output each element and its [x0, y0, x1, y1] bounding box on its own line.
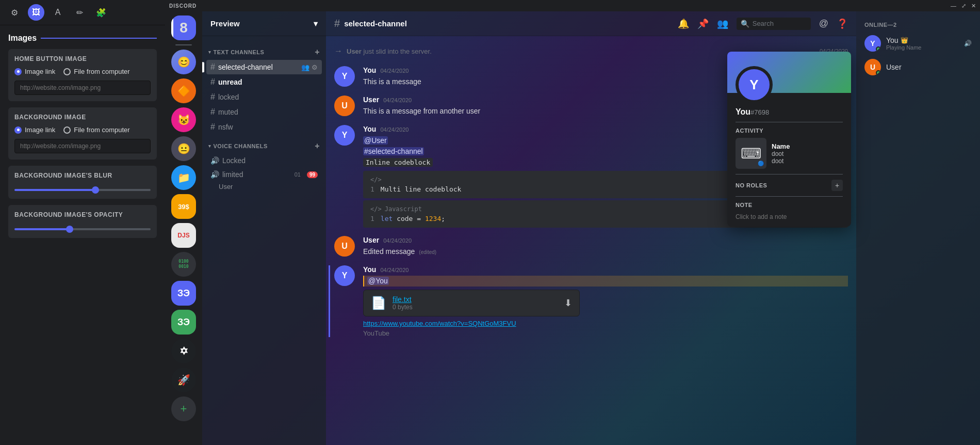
channel-item-selected[interactable]: # selected-channel 👥 ⚙ [206, 60, 322, 74]
text-toolbar-icon[interactable]: A [50, 4, 66, 21]
member-activity-you: Playing Name [886, 44, 921, 51]
bg-file-radio[interactable] [63, 126, 71, 134]
members-list-icon[interactable]: 👥 [717, 18, 728, 29]
help-icon[interactable]: ❓ [837, 18, 848, 29]
background-image-url-input[interactable] [14, 139, 151, 153]
background-opacity-label: Background image's opacity [14, 211, 151, 218]
message-author-user-1: User [363, 96, 379, 104]
server-active-pill [171, 18, 173, 38]
text-channels-category[interactable]: ▾ TEXT CHANNELS + [206, 45, 322, 59]
server-icon-star[interactable]: ✡ [171, 339, 196, 363]
home-image-url-input[interactable] [14, 81, 151, 95]
home-image-link-label: Image link [25, 68, 55, 75]
home-file-option[interactable]: File from computer [63, 68, 129, 75]
add-voice-channel-icon[interactable]: + [315, 141, 320, 151]
server-icon-3[interactable]: 😺 [171, 107, 196, 132]
background-opacity-group: Background image's opacity [8, 205, 157, 238]
server-icon-b1[interactable]: ЗЭ [171, 281, 196, 306]
add-server-button[interactable]: + [171, 396, 196, 421]
pen-toolbar-icon[interactable]: ✏ [71, 4, 88, 21]
user-mention[interactable]: @User [363, 136, 388, 145]
image-toolbar-icon[interactable]: 🖼 [28, 4, 44, 21]
message-text-you-3: @You [363, 276, 848, 287]
voice-channel-locked[interactable]: 🔊 Locked [206, 154, 322, 167]
search-bar[interactable]: 🔍 Search [737, 18, 811, 30]
system-msg-text: User just slid into the server. [347, 47, 432, 55]
close-button[interactable]: ✕ [971, 3, 976, 9]
download-icon[interactable]: ⬇ [564, 297, 572, 309]
server-icon-1[interactable]: 😊 [171, 50, 196, 74]
channel-item-unread[interactable]: # unread [206, 75, 322, 89]
server-icon-5[interactable]: 📁 [171, 165, 196, 190]
voice-user-name: User [219, 183, 233, 190]
message-header-user-2: User 04/24/2020 [363, 236, 848, 244]
server-icon-djs[interactable]: DJS [171, 223, 196, 248]
server-icon-6[interactable]: 39$ [171, 194, 196, 219]
minimize-button[interactable]: — [951, 3, 956, 9]
chat-header-hash-icon: # [334, 18, 340, 29]
background-image-group: Background image Image link File from co… [8, 107, 157, 160]
maximize-button[interactable]: ⤢ [961, 3, 966, 9]
add-text-channel-icon[interactable]: + [315, 47, 320, 57]
home-button-label: Home button image [14, 55, 151, 62]
bg-image-link-radio[interactable] [14, 126, 22, 134]
channel-item-muted[interactable]: # muted [206, 105, 322, 119]
bg-file-label: File from computer [74, 126, 129, 134]
self-mention[interactable]: @You [367, 277, 389, 285]
home-image-link-radio[interactable] [14, 68, 22, 75]
link-url[interactable]: https://www.youtube.com/watch?v=SQNtGoM3… [363, 320, 580, 327]
background-blur-group: Background image's blur [8, 166, 157, 199]
hash-icon-muted: # [210, 107, 215, 117]
voice-badge-99: 99 [307, 171, 318, 178]
voice-channel-limited[interactable]: 🔊 limited 01 99 [206, 168, 322, 181]
server-icon-b2[interactable]: ЗЭ [171, 310, 196, 335]
note-input[interactable] [736, 213, 843, 220]
activity-small-icon: 🔵 [756, 158, 765, 168]
server-icon-bin[interactable]: 01000010 [171, 252, 196, 277]
speaker-icon-you: 🔊 [964, 40, 972, 47]
home-file-radio[interactable] [63, 68, 71, 75]
pin-icon[interactable]: 📌 [697, 18, 709, 29]
profile-username-row: You#7698 [736, 107, 843, 117]
server-header[interactable]: Preview ▾ [202, 11, 326, 36]
bg-image-link-option[interactable]: Image link [14, 126, 55, 134]
edited-tag: (edited) [419, 249, 436, 255]
home-image-link-option[interactable]: Image link [14, 68, 55, 75]
at-icon[interactable]: @ [819, 18, 828, 29]
members-icon[interactable]: 👥 [301, 63, 309, 71]
channel-name-selected: selected-channel [218, 63, 298, 71]
blur-slider[interactable] [14, 189, 151, 191]
code-icon-2: </> [370, 205, 382, 213]
server-icon-2[interactable]: 🔶 [171, 78, 196, 103]
gear-toolbar-icon[interactable]: ⚙ [6, 4, 23, 21]
channel-item-locked[interactable]: # locked [206, 90, 322, 104]
opacity-slider[interactable] [14, 228, 151, 230]
channel-name-locked: locked [218, 93, 318, 101]
bell-icon[interactable]: 🔔 [678, 18, 689, 29]
background-image-label: Background image [14, 114, 151, 121]
server-8-label: 8 [179, 20, 188, 36]
code-icon-1: </> [370, 176, 382, 183]
channel-item-nsfw[interactable]: # nsfw [206, 120, 322, 134]
message-timestamp-user-1: 04/24/2020 [383, 97, 412, 103]
left-panel-content: Images Home button image Image link File… [0, 25, 165, 445]
voice-channels-category[interactable]: ▾ VOICE CHANNELS + [206, 139, 322, 153]
profile-card: Y You#7698 ACTIVITY ⌨ 🔵 Name doot doot [727, 52, 851, 227]
channel-mention[interactable]: #selected-channel [363, 147, 424, 155]
text-category-arrow: ▾ [208, 50, 211, 55]
puzzle-toolbar-icon[interactable]: 🧩 [93, 4, 109, 21]
server-icon-8[interactable]: 8 [171, 15, 196, 40]
profile-divider-3 [736, 196, 843, 197]
server-list-divider [175, 44, 192, 45]
add-role-button[interactable]: + [831, 180, 843, 191]
hash-icon-locked: # [210, 92, 215, 102]
profile-username: You [736, 107, 750, 116]
settings-icon[interactable]: ⚙ [312, 63, 318, 71]
member-item-user[interactable]: U User [860, 56, 976, 78]
server-icon-rocket[interactable]: 🚀 [171, 368, 196, 392]
member-item-you[interactable]: Y You 👑 Playing Name 🔊 [860, 32, 976, 55]
server-icon-4[interactable]: 😐 [171, 136, 196, 161]
line-num-2: 1 [370, 215, 374, 223]
bg-file-option[interactable]: File from computer [63, 126, 129, 134]
file-name[interactable]: file.txt [393, 295, 558, 304]
